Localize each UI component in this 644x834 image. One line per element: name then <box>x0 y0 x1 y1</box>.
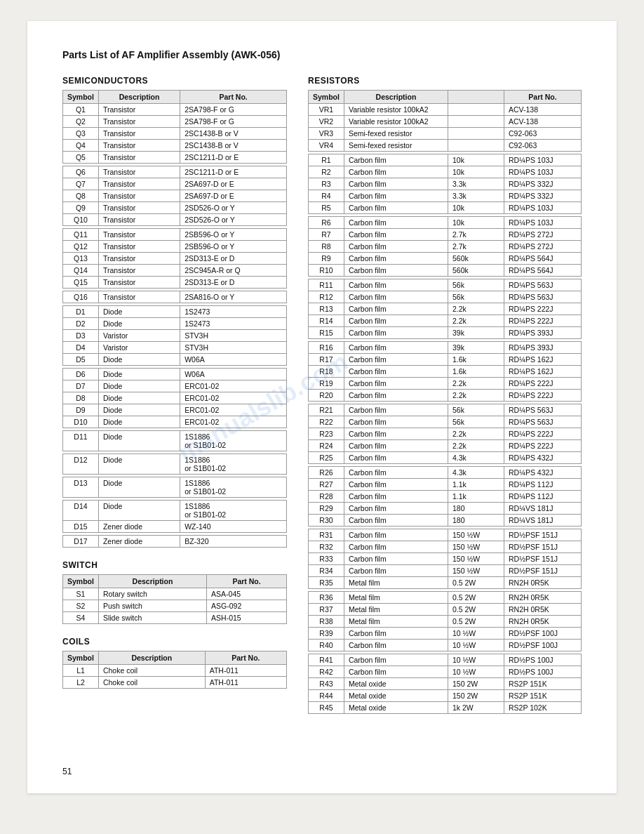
resistors-title: RESISTORS <box>308 76 582 86</box>
cell-desc: Diode <box>98 431 180 451</box>
cell-desc: Metal film <box>344 616 448 628</box>
rs-col-val <box>448 91 504 104</box>
cell-desc: Diode <box>98 318 180 330</box>
cell-symbol: R1 <box>309 154 344 166</box>
cell-desc: Carbon film <box>344 491 448 503</box>
cell-desc: Carbon film <box>344 467 448 479</box>
coils-table: Symbol Description Part No. L1 Choke coi… <box>62 651 287 689</box>
cell-symbol: R39 <box>309 628 344 640</box>
cell-symbol: R38 <box>309 616 344 628</box>
cell-desc: Carbon film <box>344 654 448 666</box>
table-row: Q12 Transistor 2SB596-O or Y <box>63 241 287 253</box>
cell-symbol: Q1 <box>63 104 99 116</box>
cell-desc: Carbon film <box>344 529 448 541</box>
resistors-table: Symbol Description Part No. VR1 Variable… <box>308 90 582 714</box>
cell-symbol: Q8 <box>63 190 99 202</box>
table-row: Q1 Transistor 2SA798-F or G <box>63 104 287 116</box>
cell-part: ASA-045 <box>207 588 287 600</box>
cell-symbol: R45 <box>309 702 344 714</box>
cell-part: RD¼PS 393J <box>504 342 582 354</box>
cell-symbol: D17 <box>63 536 99 548</box>
cell-desc: Carbon film <box>344 327 448 339</box>
cell-part: RD¼PS 222J <box>504 428 582 440</box>
table-row: VR1 Variable resistor 100kA2 ACV-138 <box>309 104 582 116</box>
cell-desc: Carbon film <box>344 265 448 277</box>
cell-part: BZ-320 <box>180 536 287 548</box>
table-row: Q15 Transistor 2SD313-E or D <box>63 277 287 289</box>
cell-part: RD¼PS 563J <box>504 404 582 416</box>
table-row: R33 Carbon film 150 ½W RD½PSF 151J <box>309 553 582 565</box>
cell-val: 10 ½W <box>448 654 504 666</box>
page: manualslib.com Parts List of AF Amplifie… <box>27 21 617 793</box>
sc-col-symbol: Symbol <box>63 91 99 104</box>
table-row: D4 Varistor STV3H <box>63 342 287 354</box>
cell-part: 1S1886or S1B01-02 <box>180 501 287 521</box>
cell-symbol: R22 <box>309 416 344 428</box>
cell-symbol: R23 <box>309 428 344 440</box>
cell-part: ASG-092 <box>207 600 287 612</box>
table-row: R27 Carbon film 1.1k RD¼PS 112J <box>309 479 582 491</box>
cell-part: RN2H 0R5K <box>504 577 582 589</box>
co-col-symbol: Symbol <box>63 651 99 665</box>
table-row: R8 Carbon film 2.7k RD¼PS 272J <box>309 241 582 253</box>
cell-symbol: R16 <box>309 342 344 354</box>
cell-part: RD½PSF 151J <box>504 565 582 577</box>
cell-part: RD½PSF 151J <box>504 541 582 553</box>
table-row: D13 Diode 1S1886or S1B01-02 <box>63 477 287 498</box>
cell-part: RD¼PS 162J <box>504 366 582 378</box>
cell-val: 10 ½W <box>448 640 504 651</box>
cell-symbol: Q14 <box>63 265 99 277</box>
table-row: D15 Zener diode WZ-140 <box>63 521 287 533</box>
table-row: R26 Carbon film 4.3k RD¼PS 432J <box>309 467 582 479</box>
table-row: D2 Diode 1S2473 <box>63 318 287 330</box>
cell-val: 2.2k <box>448 390 504 402</box>
table-row: VR3 Semi-fexed resistor C92-063 <box>309 128 582 140</box>
table-row: R43 Metal oxide 150 2W RS2P 151K <box>309 678 582 690</box>
cell-symbol: D8 <box>63 392 99 404</box>
cell-desc: Metal film <box>344 577 448 589</box>
cell-desc: Transistor <box>98 265 180 277</box>
cell-symbol: Q12 <box>63 241 99 253</box>
cell-desc: Carbon film <box>344 178 448 190</box>
cell-part: RD¼PS 563J <box>504 416 582 428</box>
cell-desc: Transistor <box>98 116 180 128</box>
cell-part: RD½PSF 151J <box>504 553 582 565</box>
table-row: Q7 Transistor 2SA697-D or E <box>63 178 287 190</box>
cell-desc: Carbon film <box>344 217 448 229</box>
cell-desc: Transistor <box>98 202 180 214</box>
cell-part: 2SC1438-B or V <box>180 128 287 140</box>
table-row: R13 Carbon film 2.2k RD¼PS 222J <box>309 303 582 315</box>
cell-part: 1S1886or S1B01-02 <box>180 477 287 498</box>
cell-desc: Transistor <box>98 291 180 303</box>
cell-symbol: R19 <box>309 378 344 390</box>
table-row: Q4 Transistor 2SC1438-B or V <box>63 140 287 152</box>
cell-desc: Zener diode <box>98 521 180 533</box>
cell-desc: Carbon film <box>344 479 448 491</box>
cell-desc: Carbon film <box>344 253 448 265</box>
cell-part: RD¼PS 432J <box>504 467 582 479</box>
cell-part: RD¼PS 222J <box>504 303 582 315</box>
cell-part: RD¼PS 222J <box>504 440 582 452</box>
cell-desc: Transistor <box>98 128 180 140</box>
sw-col-symbol: Symbol <box>63 575 99 588</box>
cell-desc: Varistor <box>98 330 180 342</box>
cell-val: 150 ½W <box>448 553 504 565</box>
table-row: R35 Metal film 0.5 2W RN2H 0R5K <box>309 577 582 589</box>
sw-col-part: Part No. <box>207 575 287 588</box>
table-row: Q14 Transistor 2SC945A-R or Q <box>63 265 287 277</box>
cell-symbol: R6 <box>309 217 344 229</box>
cell-symbol: D1 <box>63 306 99 318</box>
cell-part: RD¼PS 103J <box>504 202 582 214</box>
cell-part: 2SD313-E or D <box>180 253 287 265</box>
cell-symbol: R12 <box>309 291 344 303</box>
table-row: R40 Carbon film 10 ½W RD½PSF 100J <box>309 640 582 651</box>
left-column: SEMICONDUCTORS Symbol Description Part N… <box>62 76 287 701</box>
cell-symbol: D6 <box>63 369 99 380</box>
rs-col-part: Part No. <box>504 91 582 104</box>
table-row: VR4 Semi-fexed resistor C92-063 <box>309 140 582 152</box>
cell-val: 0.5 2W <box>448 592 504 604</box>
cell-val: 2.2k <box>448 440 504 452</box>
table-row: D8 Diode ERC01-02 <box>63 392 287 404</box>
cell-desc: Transistor <box>98 241 180 253</box>
table-row: R22 Carbon film 56k RD¼PS 563J <box>309 416 582 428</box>
